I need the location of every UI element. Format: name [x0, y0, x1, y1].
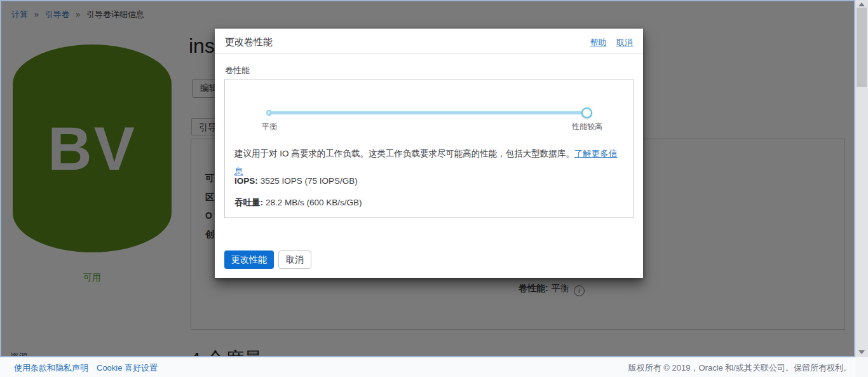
scrollbar-thumb[interactable]	[857, 8, 867, 87]
scrollbar-lower-track[interactable]	[855, 357, 868, 377]
cancel-link[interactable]: 取消	[616, 38, 633, 47]
scroll-down-icon[interactable]	[858, 350, 865, 354]
throughput-line: 吞吐量:28.2 MB/s (600 KB/s/GB)	[234, 197, 362, 209]
dialog-header: 更改卷性能 帮助 取消	[215, 29, 643, 54]
change-performance-button[interactable]: 更改性能	[224, 250, 274, 269]
change-volume-performance-dialog: 更改卷性能 帮助 取消 卷性能 平衡 性能较高 建议用于对 IO 高要求的工作负…	[215, 29, 643, 278]
iops-label: IOPS:	[234, 176, 258, 186]
help-link[interactable]: 帮助	[590, 38, 606, 47]
throughput-label: 吞吐量:	[234, 198, 263, 207]
description-text: 建议用于对 IO 高要求的工作负载。这类工作负载要求尽可能高的性能，包括大型数据…	[234, 149, 574, 158]
slider-track[interactable]	[269, 111, 587, 114]
performance-description: 建议用于对 IO 高要求的工作负载。这类工作负载要求尽可能高的性能，包括大型数据…	[234, 145, 623, 181]
vertical-scrollbar[interactable]	[855, 0, 868, 377]
volume-performance-field-label: 卷性能	[225, 65, 250, 76]
slider-handle[interactable]	[581, 107, 592, 118]
dialog-header-links: 帮助 取消	[582, 37, 633, 48]
cookie-preferences-link[interactable]: Cookie 喜好设置	[97, 362, 158, 374]
slider-label-higher-performance: 性能较高	[564, 121, 610, 132]
throughput-value: 28.2 MB/s (600 KB/s/GB)	[266, 198, 362, 207]
copyright-text: 版权所有 © 2019，Oracle 和/或其关联公司。保留所有权利。	[628, 362, 851, 374]
cancel-button[interactable]: 取消	[278, 250, 311, 269]
slider-label-balanced: 平衡	[250, 121, 288, 132]
iops-line: IOPS:3525 IOPS (75 IOPS/GB)	[234, 176, 358, 186]
iops-value: 3525 IOPS (75 IOPS/GB)	[261, 176, 358, 186]
terms-privacy-link[interactable]: 使用条款和隐私声明	[14, 362, 88, 374]
screen: 计算 » 引导卷 » 引导卷详细信息 BV 可用 资源 ins 编辑 引导 可 …	[0, 0, 868, 377]
scroll-up-icon[interactable]	[858, 3, 865, 6]
footer: 使用条款和隐私声明 Cookie 喜好设置 版权所有 © 2019，Oracle…	[0, 357, 868, 377]
dialog-title: 更改卷性能	[225, 36, 273, 48]
performance-selector-box: 平衡 性能较高 建议用于对 IO 高要求的工作负载。这类工作负载要求尽可能高的性…	[224, 79, 634, 218]
